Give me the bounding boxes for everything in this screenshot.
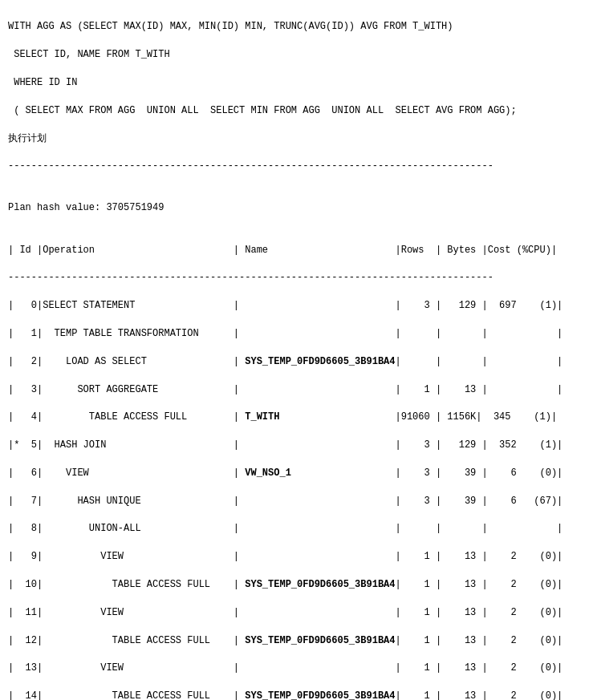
- table-row-3: | 3| SORT AGGREGATE | | 1 | 13 | |: [8, 384, 563, 395]
- sql-line4: ( SELECT MAX FROM AGG UNION ALL SELECT M…: [8, 105, 517, 116]
- table-row-5: |* 5| HASH JOIN | | 3 | 129 | 352 (1)|: [8, 439, 563, 451]
- sql-line1: WITH AGG AS (SELECT MAX(ID) MAX, MIN(ID)…: [8, 21, 453, 32]
- table-row-13: | 13| VIEW | | 1 | 13 | 2 (0)|: [8, 662, 563, 674]
- table-row-2: | 2| LOAD AS SELECT | SYS_TEMP_0FD9D6605…: [8, 356, 563, 367]
- section-label-execution: 执行计划: [8, 133, 47, 144]
- table-row-12: | 12| TABLE ACCESS FULL | SYS_TEMP_0FD9D…: [8, 635, 563, 646]
- table-header: | Id |Operation | Name |Rows | Bytes |Co…: [8, 245, 557, 256]
- table-row-9: | 9| VIEW | | 1 | 13 | 2 (0)|: [8, 551, 563, 562]
- divider-top: ----------------------------------------…: [8, 160, 494, 172]
- table-row-0: | 0|SELECT STATEMENT | | 3 | 129 | 697 (…: [8, 300, 563, 311]
- table-row-6: | 6| VIEW | VW_NSO_1 | 3 | 39 | 6 (0)|: [8, 467, 563, 479]
- divider-header: ----------------------------------------…: [8, 272, 494, 283]
- table-row-10: | 10| TABLE ACCESS FULL | SYS_TEMP_0FD9D…: [8, 579, 563, 590]
- sql-line3: WHERE ID IN: [8, 77, 77, 88]
- table-row-11: | 11| VIEW | | 1 | 13 | 2 (0)|: [8, 607, 563, 618]
- sql-line2: SELECT ID, NAME FROM T_WITH: [8, 49, 170, 60]
- plan-hash: Plan hash value: 3705751949: [8, 202, 164, 213]
- main-content: WITH AGG AS (SELECT MAX(ID) MAX, MIN(ID)…: [8, 6, 581, 700]
- table-row-7: | 7| HASH UNIQUE | | 3 | 39 | 6 (67)|: [8, 496, 563, 507]
- table-row-1: | 1| TEMP TABLE TRANSFORMATION | | | | |: [8, 328, 563, 339]
- table-row-8: | 8| UNION-ALL | | | | |: [8, 523, 563, 534]
- table-row-4: | 4| TABLE ACCESS FULL | T_WITH |91060 |…: [8, 411, 557, 423]
- table-row-14: | 14| TABLE ACCESS FULL | SYS_TEMP_0FD9D…: [8, 690, 563, 700]
